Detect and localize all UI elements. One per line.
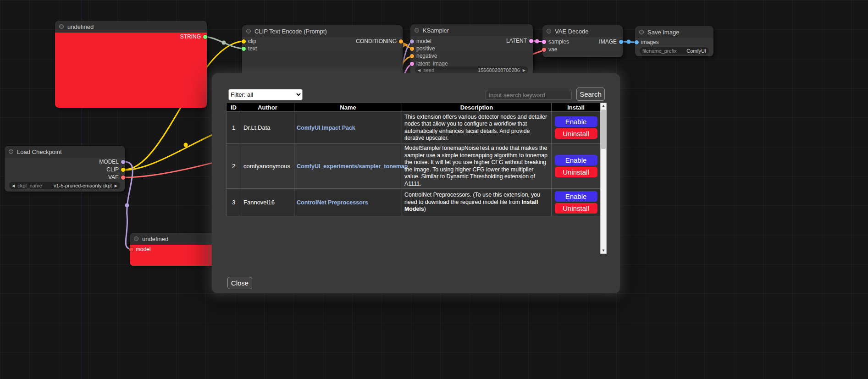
- output-slot-model[interactable]: [121, 160, 125, 164]
- input-label-samples: samples: [548, 38, 569, 45]
- cell-description: This extension offers various detector n…: [402, 112, 552, 144]
- search-button[interactable]: Search: [576, 88, 605, 101]
- node-collapse-dot[interactable]: [246, 29, 251, 33]
- filter-select[interactable]: Filter: all: [228, 89, 303, 100]
- extensions-table: ID Author Name Description Install 1 Dr.…: [226, 103, 601, 216]
- header-name: Name: [294, 103, 402, 112]
- widget-value: v1-5-pruned-emaonly.ckpt: [54, 183, 112, 188]
- input-slot-vae[interactable]: [542, 48, 546, 52]
- input-slot-images[interactable]: [635, 40, 639, 44]
- link-dot: [184, 143, 188, 147]
- output-slot-vae[interactable]: [121, 176, 125, 180]
- input-label-vae: vae: [548, 46, 557, 53]
- enable-button[interactable]: Enable: [555, 155, 597, 165]
- output-slot-string[interactable]: [203, 35, 207, 39]
- widget-label: seed: [423, 67, 434, 73]
- extension-link[interactable]: ComfyUI Impact Pack: [297, 125, 355, 131]
- node-ksampler[interactable]: KSampler model positive negative latent_…: [410, 24, 533, 76]
- uninstall-button[interactable]: Uninstall: [555, 128, 597, 139]
- widget-label: ckpt_name: [17, 183, 42, 188]
- increment-arrow-icon[interactable]: ▶: [523, 68, 525, 72]
- node-vae-decode[interactable]: VAE Decode samples vae IMAGE: [542, 25, 623, 57]
- input-slot-samples[interactable]: [542, 40, 546, 44]
- extension-link[interactable]: ComfyUI_experiments/sampler_tonemap: [297, 163, 408, 170]
- cell-id: 1: [227, 112, 241, 144]
- input-label-latent-image: latent_image: [416, 60, 448, 67]
- table-header-row: ID Author Name Description Install: [227, 103, 601, 112]
- table-row: 3 Fannovel16 ControlNet Preprocessors Co…: [227, 189, 601, 216]
- enable-button[interactable]: Enable: [555, 191, 597, 202]
- search-input[interactable]: [486, 90, 572, 100]
- input-slot-negative[interactable]: [410, 54, 414, 58]
- header-description: Description: [402, 103, 552, 112]
- increment-arrow-icon[interactable]: ▶: [115, 184, 117, 188]
- link-dot: [222, 41, 226, 45]
- output-slot-latent[interactable]: [529, 39, 533, 43]
- node-collapse-dot[interactable]: [547, 29, 551, 33]
- extension-link[interactable]: ControlNet Preprocessors: [297, 199, 368, 206]
- node-collapse-dot[interactable]: [9, 149, 13, 154]
- cell-id: 2: [227, 144, 241, 189]
- node-undefined-top[interactable]: undefined STRING: [55, 21, 207, 108]
- cell-description: ModelSamplerTonemapNoiseTest a node that…: [402, 144, 552, 189]
- decrement-arrow-icon[interactable]: ◀: [12, 184, 15, 188]
- output-label-conditioning: CONDITIONING: [356, 38, 397, 44]
- node-load-checkpoint[interactable]: Load Checkpoint MODEL CLIP VAE ◀ ckpt_na…: [5, 146, 125, 192]
- header-id: ID: [227, 103, 241, 112]
- node-collapse-dot[interactable]: [59, 24, 64, 29]
- output-label-image: IMAGE: [599, 38, 617, 45]
- uninstall-button[interactable]: Uninstall: [555, 203, 597, 214]
- output-slot-image[interactable]: [619, 40, 623, 44]
- input-label-text: text: [248, 45, 257, 52]
- input-label-positive: positive: [416, 45, 435, 52]
- enable-button[interactable]: Enable: [555, 116, 597, 127]
- decrement-arrow-icon[interactable]: ◀: [418, 68, 420, 72]
- input-label-model: model: [136, 246, 151, 253]
- input-slot-positive[interactable]: [410, 47, 414, 51]
- scroll-down-icon[interactable]: ▼: [601, 248, 606, 253]
- node-title: Load Checkpoint: [17, 148, 62, 155]
- custom-nodes-dialog: Filter: all Search ID Author Name Descri…: [212, 73, 620, 293]
- node-error-body: [55, 33, 207, 108]
- node-title: Save Image: [647, 29, 679, 36]
- node-title: VAE Decode: [555, 28, 588, 35]
- node-collapse-dot[interactable]: [639, 30, 644, 34]
- output-slot-conditioning[interactable]: [399, 39, 403, 44]
- node-title: CLIP Text Encode (Prompt): [254, 28, 327, 35]
- ckpt-name-widget[interactable]: ◀ ckpt_name v1-5-pruned-emaonly.ckpt ▶: [9, 182, 120, 189]
- link-dot: [125, 203, 129, 208]
- cell-description: ControlNet Preprocessors. (To use this e…: [402, 189, 552, 216]
- input-slot-text[interactable]: [242, 47, 246, 51]
- node-save-image[interactable]: Save Image images filename_prefix ComfyU…: [635, 26, 713, 56]
- scroll-up-icon[interactable]: ▲: [601, 103, 606, 109]
- node-title: KSampler: [423, 27, 449, 34]
- node-title: undefined: [67, 23, 94, 30]
- uninstall-button[interactable]: Uninstall: [555, 167, 597, 177]
- node-title: undefined: [142, 236, 168, 242]
- link-dot: [627, 40, 631, 44]
- output-label-latent: LATENT: [506, 38, 527, 44]
- input-slot-model[interactable]: [410, 39, 414, 44]
- cell-author: Dr.Lt.Data: [241, 112, 294, 144]
- input-label-negative: negative: [416, 53, 437, 59]
- close-button[interactable]: Close: [227, 277, 252, 289]
- link-dot: [535, 39, 539, 44]
- output-label-clip: CLIP: [106, 166, 119, 173]
- widget-label: filename_prefix: [642, 48, 677, 54]
- input-slot-model[interactable]: [129, 247, 133, 252]
- seed-widget[interactable]: ◀ seed 156680208700286 ▶: [415, 66, 528, 74]
- link-arrow: [403, 42, 408, 47]
- node-collapse-dot[interactable]: [134, 236, 138, 241]
- input-slot-clip[interactable]: [242, 39, 246, 44]
- cell-author: Fannovel16: [241, 189, 294, 216]
- scrollbar[interactable]: ▲ ▼: [600, 103, 607, 254]
- wire-string: [203, 37, 244, 49]
- node-collapse-dot[interactable]: [415, 28, 419, 33]
- filename-prefix-widget[interactable]: filename_prefix ComfyUI: [640, 47, 709, 55]
- scrollbar-thumb[interactable]: [601, 110, 606, 149]
- output-slot-clip[interactable]: [121, 168, 125, 172]
- input-label-model: model: [416, 38, 431, 44]
- input-slot-latent-image[interactable]: [410, 62, 414, 66]
- output-label-model: MODEL: [99, 159, 119, 165]
- input-label-clip: clip: [248, 38, 256, 44]
